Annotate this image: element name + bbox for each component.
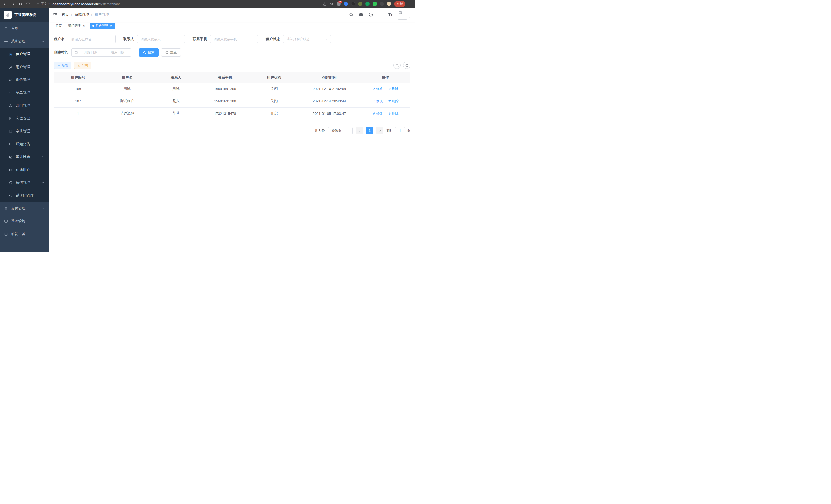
security-label: 不安全 bbox=[41, 2, 51, 6]
sidebar-group-system[interactable]: 系统管理 bbox=[0, 35, 49, 48]
show-search-button[interactable] bbox=[393, 62, 401, 69]
broadcast-icon bbox=[9, 168, 12, 172]
extension-icon[interactable] bbox=[358, 2, 362, 6]
mobile-label: 联系手机 bbox=[193, 37, 207, 41]
col-created: 创建时间 bbox=[298, 72, 361, 83]
sidebar-item-posts[interactable]: 岗位管理 bbox=[0, 112, 49, 125]
bookmark-star-icon[interactable] bbox=[330, 2, 334, 6]
gear-icon bbox=[4, 39, 8, 43]
col-tenant-id: 租户编号 bbox=[54, 72, 102, 83]
edit-link[interactable]: 修改 bbox=[372, 111, 383, 116]
tenant-name-input[interactable] bbox=[68, 35, 116, 43]
app-logo[interactable]: 芋道管理系统 bbox=[0, 8, 49, 22]
help-question-icon[interactable] bbox=[369, 12, 373, 17]
extension-icon[interactable] bbox=[373, 2, 377, 6]
url-host: dashboard.yudao.iocoder.cn bbox=[53, 2, 98, 6]
menu-label: 研发工具 bbox=[11, 232, 25, 236]
share-icon[interactable] bbox=[323, 2, 326, 6]
date-range-picker[interactable]: 开始日期 - 结束日期 bbox=[71, 48, 131, 57]
breadcrumb-home[interactable]: 首页 bbox=[62, 12, 69, 17]
add-button[interactable]: 新增 bbox=[54, 62, 71, 69]
update-label: 更新 bbox=[397, 2, 403, 6]
sidebar-item-online-users[interactable]: 在线用户 bbox=[0, 164, 49, 176]
yen-icon bbox=[4, 207, 8, 210]
extension-badge: 10 bbox=[338, 1, 342, 3]
cell-created: 2021-12-14 21:02:09 bbox=[298, 83, 361, 95]
contact-input[interactable] bbox=[137, 35, 185, 43]
status-placeholder: 请选择租户状态 bbox=[287, 37, 310, 41]
delete-link[interactable]: 删除 bbox=[388, 87, 399, 91]
sidebar-group-payment[interactable]: 支付管理 bbox=[0, 202, 49, 215]
sidebar-item-dict[interactable]: 字典管理 bbox=[0, 125, 49, 138]
security-warning[interactable]: 不安全 bbox=[36, 2, 51, 6]
mobile-input[interactable] bbox=[210, 35, 258, 43]
sidebar-item-notice[interactable]: 通知公告 bbox=[0, 138, 49, 151]
browser-home-icon[interactable] bbox=[26, 2, 30, 6]
github-icon[interactable] bbox=[359, 12, 363, 17]
extension-icon[interactable] bbox=[387, 2, 391, 6]
prev-page-button[interactable] bbox=[355, 127, 363, 135]
sidebar-group-infra[interactable]: 基础设施 bbox=[0, 215, 49, 228]
refresh-table-button[interactable] bbox=[403, 62, 410, 69]
sidebar-item-departments[interactable]: 部门管理 bbox=[0, 99, 49, 112]
edit-link[interactable]: 修改 bbox=[372, 99, 383, 103]
next-page-button[interactable] bbox=[376, 127, 383, 135]
sidebar-item-home[interactable]: 首页 bbox=[0, 22, 49, 35]
extension-icon[interactable] bbox=[351, 2, 355, 6]
reset-button[interactable]: 重置 bbox=[161, 48, 181, 57]
search-icon[interactable] bbox=[349, 12, 353, 17]
sidebar-fold-icon[interactable] bbox=[53, 12, 58, 17]
tab-tenant[interactable]: 租户管理 × bbox=[90, 23, 115, 29]
sidebar-item-menus[interactable]: 菜单管理 bbox=[0, 86, 49, 99]
tab-home[interactable]: 首页 bbox=[53, 23, 64, 29]
sidebar-item-error-codes[interactable]: 错误码管理 bbox=[0, 189, 49, 202]
menu-label: 菜单管理 bbox=[16, 90, 30, 95]
goto-page-input[interactable] bbox=[395, 127, 405, 135]
page-number-1[interactable]: 1 bbox=[366, 127, 373, 135]
status-select[interactable]: 请选择租户状态 bbox=[283, 35, 331, 43]
sidebar-group-audit-log[interactable]: 审计日志 bbox=[0, 151, 49, 164]
close-icon[interactable]: × bbox=[82, 24, 86, 28]
address-bar[interactable]: 不安全 dashboard.yudao.iocoder.cn/system/te… bbox=[36, 2, 319, 6]
browser-reload-icon[interactable] bbox=[19, 2, 22, 6]
browser-back-icon[interactable] bbox=[3, 2, 7, 6]
fullscreen-icon[interactable] bbox=[378, 12, 383, 17]
tenant-name-label: 租户名 bbox=[54, 37, 65, 41]
extension-puzzle-icon[interactable]: 10 bbox=[337, 2, 341, 6]
browser-update-button[interactable]: 更新 bbox=[394, 1, 405, 7]
tab-department[interactable]: 部门管理 × bbox=[66, 23, 88, 29]
font-size-icon[interactable]: TT bbox=[388, 12, 392, 17]
extension-icon[interactable] bbox=[365, 2, 370, 6]
col-tenant-name: 租户名 bbox=[102, 72, 152, 83]
cell-status: 开启 bbox=[250, 108, 298, 120]
url-path: /system/tenant bbox=[98, 2, 120, 6]
cell-mobile: 15601691300 bbox=[200, 83, 250, 95]
shield-icon bbox=[9, 181, 12, 185]
breadcrumb-system[interactable]: 系统管理 bbox=[75, 12, 89, 17]
chevron-down-icon bbox=[325, 37, 328, 40]
delete-link[interactable]: 删除 bbox=[388, 111, 399, 116]
menu-label: 基础设施 bbox=[11, 219, 25, 224]
page-size-select[interactable]: 10条/页 bbox=[328, 127, 352, 135]
edit-link[interactable]: 修改 bbox=[372, 87, 383, 91]
delete-link[interactable]: 删除 bbox=[388, 99, 399, 103]
sidebar-item-roles[interactable]: 角色管理 bbox=[0, 73, 49, 86]
chevron-left-icon bbox=[358, 129, 361, 132]
close-icon[interactable]: × bbox=[109, 24, 113, 28]
active-dot-icon bbox=[92, 25, 94, 27]
sidebar-item-tenant[interactable]: 租户管理 bbox=[0, 48, 49, 61]
sidebar-group-devtools[interactable]: 研发工具 bbox=[0, 228, 49, 240]
export-button[interactable]: 导出 bbox=[74, 62, 91, 69]
user-avatar[interactable] bbox=[398, 10, 411, 20]
sidebar-item-users[interactable]: 用户管理 bbox=[0, 61, 49, 73]
browser-menu-icon[interactable] bbox=[408, 2, 412, 6]
extension-icon[interactable] bbox=[344, 2, 348, 6]
org-tree-icon bbox=[9, 104, 12, 108]
search-button-label: 搜索 bbox=[148, 50, 154, 55]
page-unit-label: 页 bbox=[407, 128, 410, 133]
extension-icon[interactable] bbox=[380, 2, 384, 6]
browser-forward-icon[interactable] bbox=[11, 2, 15, 6]
sidebar-group-sms[interactable]: 短信管理 bbox=[0, 176, 49, 189]
pagination: 共 3 条 10条/页 1 前往 页 bbox=[54, 127, 410, 135]
search-button[interactable]: 搜索 bbox=[139, 48, 159, 57]
